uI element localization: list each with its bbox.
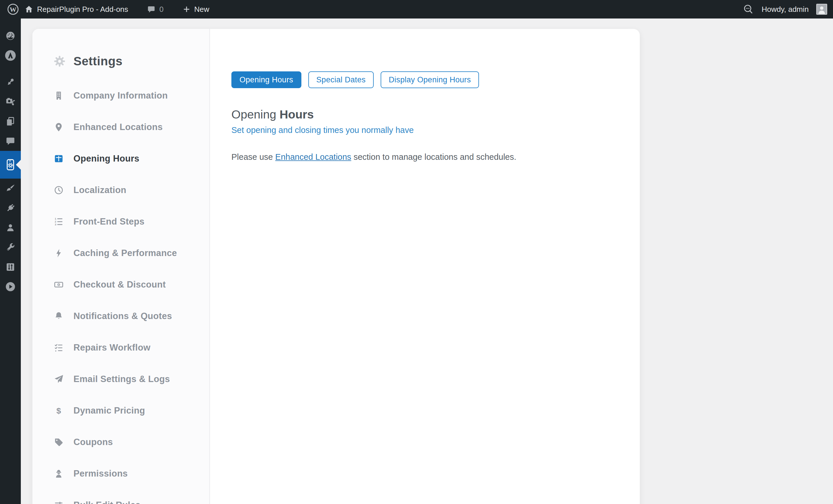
lightning-icon [53, 248, 64, 259]
menu-item-notifications-quotes[interactable]: Notifications & Quotes [53, 300, 209, 332]
rail-item-comments[interactable] [0, 131, 21, 151]
menu-item-label: Notifications & Quotes [73, 311, 172, 321]
menu-item-label: Checkout & Discount [73, 279, 166, 290]
rail-item-pages[interactable] [0, 111, 21, 131]
tabs-row: Opening Hours Special Dates Display Open… [231, 71, 640, 88]
comment-count: 0 [159, 5, 163, 14]
rail-item-posts[interactable] [0, 72, 21, 92]
menu-item-label: Company Information [73, 91, 168, 101]
svg-text:3: 3 [55, 223, 56, 226]
paper-plane-icon [53, 374, 64, 385]
enhanced-locations-link[interactable]: Enhanced Locations [275, 152, 352, 161]
menu-item-label: Coupons [73, 437, 113, 447]
wordpress-logo-icon[interactable]: W [7, 3, 19, 15]
menu-item-dynamic-pricing[interactable]: $ Dynamic Pricing [53, 395, 209, 426]
new-label: New [194, 5, 209, 14]
avatar[interactable] [816, 4, 827, 15]
table-grid-icon [53, 153, 64, 164]
menu-item-label: Bulk Edit Rules [73, 500, 141, 504]
tab-display-opening-hours[interactable]: Display Opening Hours [381, 71, 479, 88]
note-paragraph: Please use Enhanced Locations section to… [231, 152, 640, 162]
menu-item-caching-performance[interactable]: Caching & Performance [53, 237, 209, 269]
building-icon [53, 90, 64, 101]
numbered-list-icon: 1 2 3 [53, 216, 64, 227]
admin-bar: W RepairPlugin Pro - Add-ons 0 [0, 0, 833, 19]
menu-item-label: Localization [73, 185, 126, 195]
rail-item-plugin-logo[interactable] [0, 46, 21, 65]
menu-item-repairs-workflow[interactable]: Repairs Workflow [53, 332, 209, 363]
rail-item-tools[interactable] [0, 237, 21, 257]
rail-item-appearance[interactable] [0, 179, 21, 198]
rail-item-media[interactable] [0, 92, 21, 111]
rail-item-dashboard[interactable] [0, 26, 21, 46]
menu-item-coupons[interactable]: Coupons [53, 426, 209, 458]
tab-opening-hours[interactable]: Opening Hours [231, 71, 301, 88]
howdy-text[interactable]: Howdy, admin [762, 5, 809, 14]
plugin-logo-icon [4, 49, 17, 62]
menu-item-email-settings-logs[interactable]: Email Settings & Logs [53, 363, 209, 395]
menu-item-label: Opening Hours [73, 153, 139, 164]
bell-icon [53, 311, 64, 322]
svg-text:0: 0 [58, 283, 60, 286]
menu-item-localization[interactable]: Localization [53, 174, 209, 206]
page-subtitle: Set opening and closing times you normal… [231, 125, 640, 135]
tag-icon [53, 437, 64, 448]
site-menu[interactable]: RepairPlugin Pro - Add-ons [24, 5, 128, 14]
svg-text:W: W [9, 6, 17, 13]
banknote-icon: 0 [53, 279, 64, 290]
rail-item-collapse[interactable] [0, 277, 21, 297]
menu-item-bulk-edit-rules[interactable]: Bulk Edit Rules [53, 489, 209, 504]
menu-item-label: Caching & Performance [73, 248, 177, 258]
menu-item-label: Email Settings & Logs [73, 374, 170, 384]
pages-icon [5, 116, 16, 127]
rail-item-settings[interactable] [0, 257, 21, 277]
checklist-icon [53, 342, 64, 353]
menu-item-enhanced-locations[interactable]: Enhanced Locations [53, 111, 209, 143]
menu-item-opening-hours[interactable]: Opening Hours [53, 143, 209, 174]
settings-card: Settings Company Information [32, 29, 640, 504]
menu-item-label: Dynamic Pricing [73, 405, 145, 416]
new-content-menu[interactable]: New [182, 5, 209, 14]
appearance-brush-icon [5, 183, 16, 194]
menu-item-label: Repairs Workflow [73, 343, 150, 353]
rail-item-users[interactable] [0, 218, 21, 237]
menu-item-checkout-discount[interactable]: 0 Checkout & Discount [53, 269, 209, 300]
play-circle-icon [5, 281, 16, 293]
tools-wrench-icon [5, 242, 16, 253]
clock-icon [53, 185, 64, 196]
settings-menu: Company Information Enhanced Locations [53, 80, 209, 504]
settings-nav-panel: Settings Company Information [32, 29, 210, 504]
settings-panel-title: Settings [73, 54, 123, 68]
plugins-plug-icon [5, 203, 16, 213]
rail-item-repairplugin[interactable] [0, 151, 21, 179]
user-secret-icon [53, 468, 64, 479]
menu-item-permissions[interactable]: Permissions [53, 458, 209, 489]
opening-hours-content: Opening Hours Special Dates Display Open… [210, 29, 640, 504]
page-title: Opening Hours [231, 108, 640, 121]
svg-text:$: $ [56, 406, 61, 415]
gear-icon [53, 55, 66, 68]
plus-icon [182, 5, 191, 14]
site-name: RepairPlugin Pro - Add-ons [37, 5, 128, 14]
repairplugin-phone-gear-icon [4, 158, 17, 171]
rail-item-plugins[interactable] [0, 198, 21, 218]
comments-shortcut[interactable]: 0 [147, 5, 163, 14]
map-pin-icon [53, 122, 64, 133]
menu-item-front-end-steps[interactable]: 1 2 3 Front-End Steps [53, 206, 209, 237]
menu-item-label: Permissions [73, 469, 128, 479]
home-icon [24, 5, 33, 14]
comment-bubble-icon [147, 5, 156, 14]
menu-item-label: Front-End Steps [73, 217, 145, 227]
settings-sliders-icon [5, 261, 16, 273]
dashboard-icon [5, 30, 16, 41]
admin-rail [0, 19, 21, 504]
menu-item-label: Enhanced Locations [73, 122, 163, 132]
pin-icon [5, 77, 16, 87]
settings-header: Settings [53, 54, 209, 68]
search-icon[interactable] [742, 3, 754, 15]
comments-icon [5, 135, 16, 147]
tab-special-dates[interactable]: Special Dates [308, 71, 374, 88]
media-icon [5, 96, 16, 107]
menu-item-company-information[interactable]: Company Information [53, 80, 209, 111]
sliders-icon [53, 500, 64, 504]
